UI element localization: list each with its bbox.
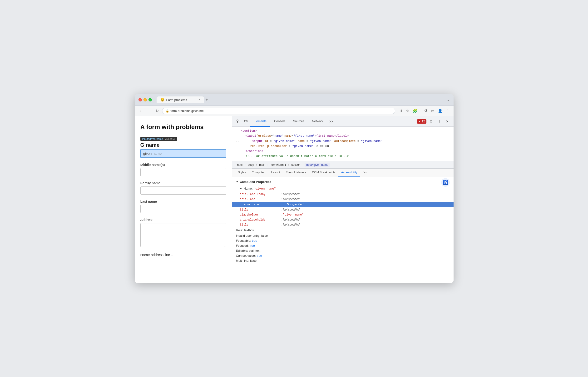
breadcrumb-main[interactable]: main <box>258 163 267 167</box>
breadcrumb-body[interactable]: body <box>247 163 255 167</box>
html-line-section: <section> <box>241 129 450 134</box>
tab-styles[interactable]: Styles <box>235 169 249 177</box>
breadcrumb-input[interactable]: input#given-name <box>305 163 329 167</box>
toolbar-divider <box>421 109 421 113</box>
tab-more-props[interactable]: >> <box>360 169 370 177</box>
more-options-icon[interactable]: ⋮ <box>436 118 443 125</box>
from-label-colon: : <box>284 203 286 206</box>
analytics-icon[interactable]: ⚗ <box>424 109 428 113</box>
active-tab[interactable]: 😊 Form problems × <box>157 96 204 103</box>
sidebar-icon[interactable]: ▭ <box>431 109 434 113</box>
can-set-value-row: Can set value: true <box>236 253 450 258</box>
given-name-field <box>140 149 226 158</box>
editable-row: Editable: plaintext <box>236 248 450 253</box>
more-tabs-button[interactable]: >> <box>328 119 334 123</box>
accessibility-person-button[interactable]: ♿ <box>441 178 450 187</box>
svg-rect-1 <box>244 120 247 122</box>
tab-dom-breakpoints[interactable]: DOM Breakpoints <box>309 169 338 177</box>
given-name-input[interactable] <box>140 149 226 158</box>
share-icon[interactable]: ⬆ <box>399 109 403 113</box>
title-row-2: title : Not specified <box>236 222 450 227</box>
profile-icon[interactable]: 👤 <box>438 109 443 113</box>
settings-icon[interactable]: ⚙ <box>428 118 434 125</box>
tab-computed[interactable]: Computed <box>249 169 268 177</box>
maximize-traffic-light[interactable] <box>148 98 152 101</box>
breadcrumb-section[interactable]: section <box>290 163 302 167</box>
new-tab-button[interactable]: + <box>206 97 208 102</box>
close-traffic-light[interactable] <box>138 98 142 101</box>
multiline-value: false <box>250 259 257 262</box>
middle-name-input[interactable] <box>140 168 226 176</box>
main-content: A form with problems input#given-name 30… <box>135 116 453 283</box>
title-bar: 😊 Form problems × + ⌄ <box>135 94 453 106</box>
from-label-name: From label <box>244 203 284 206</box>
address-textarea[interactable] <box>140 223 226 247</box>
error-count: 12 <box>422 120 425 123</box>
address-bar: ← → ↻ 🔒 form-problems.glitch.me ⬆ ☆ 🧩 ⚗ … <box>135 106 453 116</box>
html-line-comment: <!-- For attribute value doesn't match a… <box>246 154 450 159</box>
name-row: ▼ Name: "given name" <box>236 186 450 191</box>
tab-elements[interactable]: Elements <box>250 116 270 127</box>
tooltip-size: 306 × 51 <box>165 137 175 140</box>
tooltip-id: input#given-name <box>142 137 163 140</box>
family-name-field: Family name <box>140 181 226 195</box>
extensions-icon[interactable]: 🧩 <box>413 109 417 113</box>
family-name-input[interactable] <box>140 187 226 195</box>
more-menu-icon[interactable]: ⋮ <box>446 109 450 113</box>
last-name-input[interactable] <box>140 205 226 213</box>
address-input[interactable]: 🔒 form-problems.glitch.me <box>162 108 395 114</box>
middle-name-field: Middle name(s) <box>140 163 226 176</box>
name-value: "given name" <box>254 187 276 190</box>
role-value: textbox <box>244 228 254 232</box>
section-title: Computed Properties <box>240 180 271 184</box>
tab-sources[interactable]: Sources <box>290 116 308 127</box>
tab-network[interactable]: Network <box>309 116 327 127</box>
focusable-value: true <box>252 239 257 242</box>
nav-forward-button[interactable]: → <box>147 108 152 114</box>
html-line-label: <label for class = "name" name = "first-… <box>246 134 450 139</box>
tab-dropdown-button[interactable]: ⌄ <box>447 98 450 102</box>
html-line-close-section: </section> <box>246 149 450 154</box>
address-field: Address <box>140 218 226 248</box>
nav-refresh-button[interactable]: ↻ <box>155 108 160 114</box>
html-line-input-attrs: required placeholder = "given name" > ==… <box>250 144 450 149</box>
tab-accessibility[interactable]: Accessibility <box>338 169 360 177</box>
home-address-field: Home address line 1 <box>140 253 226 257</box>
invalid-entry-value: false <box>261 234 268 237</box>
home-address-label: Home address line 1 <box>140 253 226 257</box>
computed-properties-header: ▼ Computed Properties <box>236 180 450 184</box>
role-row: Role: textbox <box>236 227 450 233</box>
svg-rect-0 <box>237 120 238 121</box>
inspect-element-button[interactable] <box>235 118 242 125</box>
tabs-bar: 😊 Form problems × + <box>157 96 444 103</box>
bookmark-icon[interactable]: ☆ <box>406 109 409 113</box>
breadcrumb-form[interactable]: form#form-1 <box>269 163 287 167</box>
address-text: form-problems.glitch.me <box>171 109 204 113</box>
name-collapse-triangle[interactable]: ▼ <box>240 188 242 190</box>
role-label: Role: <box>236 228 244 232</box>
error-icon: ✕ <box>418 120 421 123</box>
ellipsis-button[interactable]: ··· <box>236 140 241 143</box>
tab-event-listeners[interactable]: Event Listeners <box>283 169 309 177</box>
focused-value: true <box>250 244 255 247</box>
input-tooltip: input#given-name 306 × 51 <box>140 137 178 141</box>
device-toolbar-button[interactable] <box>243 118 249 125</box>
from-label-row[interactable]: From label : Not specified <box>232 202 453 207</box>
page-title: A form with problems <box>140 123 226 131</box>
tab-favicon: 😊 <box>160 98 164 102</box>
breadcrumb-html[interactable]: html <box>236 163 244 167</box>
name-label: Name: <box>243 187 252 190</box>
nav-back-button[interactable]: ← <box>138 108 144 114</box>
address-label: Address <box>140 218 226 222</box>
close-devtools-button[interactable]: ✕ <box>444 118 451 125</box>
tab-layout[interactable]: Layout <box>268 169 283 177</box>
tab-close-button[interactable]: × <box>198 98 200 101</box>
minimize-traffic-light[interactable] <box>144 98 147 101</box>
error-badge: ✕ 12 <box>417 119 426 124</box>
input-tooltip-container: input#given-name 306 × 51 <box>140 136 226 141</box>
tab-console[interactable]: Console <box>271 116 289 127</box>
accessibility-person-icon: ♿ <box>443 180 448 185</box>
collapse-triangle[interactable]: ▼ <box>236 180 238 183</box>
devtools-panel: Elements Console Sources Network >> ✕ 12 <box>232 116 453 283</box>
html-line-input-container: ··· <input id = "given-name" name = "giv… <box>236 139 450 144</box>
